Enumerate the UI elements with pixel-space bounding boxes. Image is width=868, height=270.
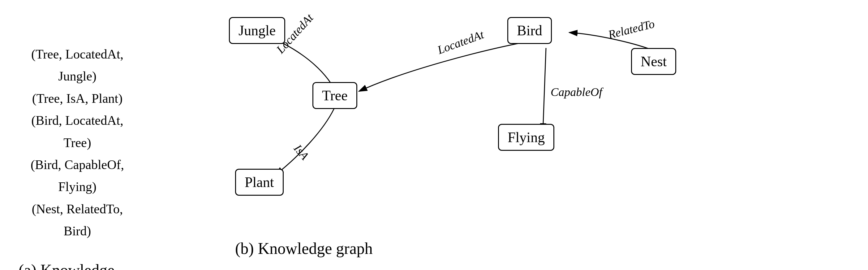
kb-triples: (Tree, LocatedAt, Jungle) (Tree, IsA, Pl… xyxy=(19,43,136,242)
knowledge-graph-panel: LocatedAt IsA LocatedAt CapableOf Relate… xyxy=(149,0,868,270)
node-bird: Bird xyxy=(507,17,552,44)
node-nest: Nest xyxy=(631,48,676,75)
edge-label-located-at-tree: LocatedAt xyxy=(435,28,486,57)
edge-label-isa: IsA xyxy=(291,142,311,162)
triple-4: (Bird, CapableOf, Flying) xyxy=(19,154,136,198)
node-plant: Plant xyxy=(235,169,284,196)
main-container: (Tree, LocatedAt, Jungle) (Tree, IsA, Pl… xyxy=(0,0,868,270)
triple-3: (Bird, LocatedAt, Tree) xyxy=(19,110,136,154)
triple-5: (Nest, RelatedTo, Bird) xyxy=(19,198,136,242)
knowledge-base-label: (a) Knowledge base xyxy=(19,261,136,270)
node-jungle: Jungle xyxy=(229,17,285,44)
knowledge-graph-label: (b) Knowledge graph xyxy=(235,239,373,258)
triple-1: (Tree, LocatedAt, Jungle) xyxy=(19,43,136,88)
knowledge-base-panel: (Tree, LocatedAt, Jungle) (Tree, IsA, Pl… xyxy=(0,0,149,270)
node-flying: Flying xyxy=(498,124,554,151)
triple-2: (Tree, IsA, Plant) xyxy=(19,88,136,110)
edge-label-relatedto: RelatedTo xyxy=(607,17,656,41)
node-tree: Tree xyxy=(312,82,357,109)
edge-label-capableof: CapableOf xyxy=(551,86,603,98)
